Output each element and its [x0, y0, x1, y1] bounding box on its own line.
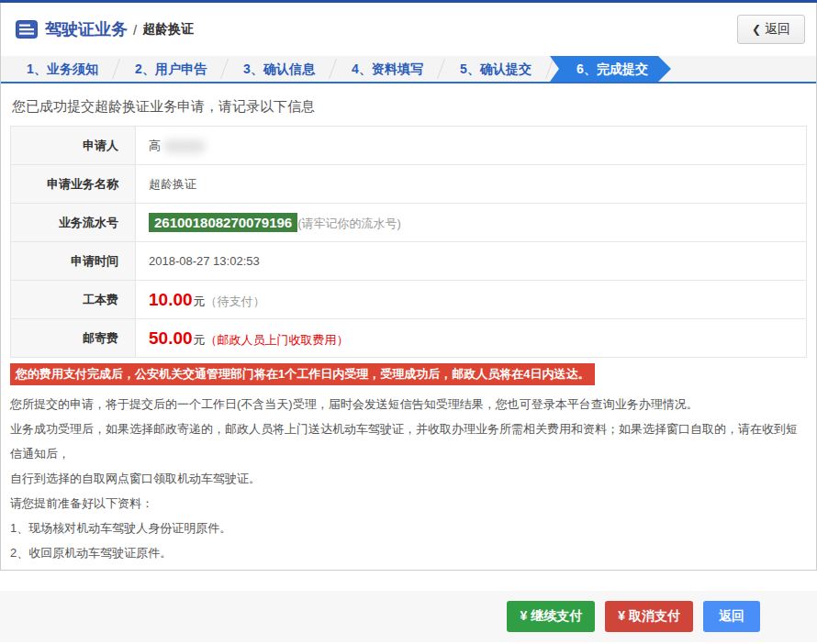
alert-banner-wrap: 您的费用支付完成后，公安机关交通管理部门将在1个工作日内受理，受理成功后，邮政人… [1, 358, 816, 385]
redacted-name-blur [163, 139, 206, 153]
info-table: 申请人 高 申请业务名称 超龄换证 业务流水号 2610018082700791… [10, 126, 807, 358]
table-row-applicant: 申请人 高 [11, 127, 807, 165]
table-row-production-fee: 工本费 10.00元（待支付） [11, 281, 807, 319]
row-value: 261001808270079196(请牢记你的流水号) [136, 204, 807, 242]
step-bar: 1、业务须知 2、用户申告 3、确认信息 4、资料填写 5、确认提交 6、完成提… [1, 56, 816, 83]
row-value: 2018-08-27 13:02:53 [136, 242, 807, 281]
continue-pay-button[interactable]: ¥继续支付 [507, 601, 595, 632]
row-label: 业务流水号 [11, 204, 136, 242]
page-subtitle: 超龄换证 [142, 21, 194, 38]
breadcrumb-separator: / [133, 22, 137, 38]
row-value: 50.00元（邮政人员上门收取费用） [136, 319, 807, 358]
table-row-postage-fee: 邮寄费 50.00元（邮政人员上门收取费用） [11, 319, 807, 358]
continue-pay-label: 继续支付 [531, 608, 582, 623]
notes-section: 您所提交的申请，将于提交后的一个工作日(不含当天)受理，届时会发送短信告知受理结… [1, 385, 816, 571]
header: 驾驶证业务 / 超龄换证 ❮返回 [1, 3, 816, 56]
service-name: 超龄换证 [149, 177, 196, 191]
footer-actions: ¥继续支付 ¥取消支付 返回 [0, 591, 817, 642]
step-4-fill-data: 4、资料填写 [333, 56, 442, 82]
alert-banner: 您的费用支付完成后，公安机关交通管理部门将在1个工作日内受理，受理成功后，邮政人… [10, 363, 595, 385]
note-line: 2、收回原机动车驾驶证原件。 [10, 540, 807, 565]
row-label: 申请业务名称 [11, 165, 136, 204]
back-button-top[interactable]: ❮返回 [737, 15, 805, 44]
row-label: 工本费 [11, 281, 136, 319]
page: 驾驶证业务 / 超龄换证 ❮返回 1、业务须知 2、用户申告 3、确认信息 4、… [0, 0, 817, 644]
step-6-complete-active: 6、完成提交 [550, 56, 671, 82]
step-2-declare: 2、用户申告 [117, 56, 225, 82]
production-fee-amount: 10.00 [149, 290, 193, 309]
yen-icon: ¥ [618, 608, 625, 623]
row-label: 邮寄费 [11, 319, 136, 358]
table-row-flow-number: 业务流水号 261001808270079196(请牢记你的流水号) [11, 204, 807, 242]
flow-number-badge: 261001808270079196 [149, 213, 297, 232]
table-row-service-name: 申请业务名称 超龄换证 [11, 165, 807, 204]
postage-fee-note: （邮政人员上门收取费用） [206, 333, 349, 347]
production-fee-note: （待支付） [206, 294, 265, 308]
cancel-pay-button[interactable]: ¥取消支付 [605, 601, 693, 632]
return-label: 返回 [719, 608, 744, 623]
fee-unit: 元 [194, 294, 206, 308]
chevron-left-icon: ❮ [752, 23, 761, 36]
step-3-confirm-info: 3、确认信息 [225, 56, 333, 82]
back-button-label: 返回 [765, 21, 790, 36]
table-row-apply-time: 申请时间 2018-08-27 13:02:53 [11, 242, 807, 281]
yen-icon: ¥ [520, 608, 527, 623]
flow-number-note: (请牢记你的流水号) [297, 217, 401, 230]
row-label: 申请人 [11, 127, 136, 165]
row-label: 申请时间 [11, 242, 136, 281]
return-button[interactable]: 返回 [703, 601, 760, 632]
breadcrumb: 驾驶证业务 / 超龄换证 [16, 18, 194, 40]
apply-time: 2018-08-27 13:02:53 [149, 254, 260, 268]
row-value: 超龄换证 [136, 165, 807, 204]
row-value: 10.00元（待支付） [136, 281, 807, 319]
postage-fee-amount: 50.00 [149, 328, 193, 348]
note-line: 1、现场核对机动车驾驶人身份证明原件。 [10, 516, 807, 540]
fee-unit: 元 [194, 333, 206, 347]
license-list-icon [16, 20, 38, 39]
cancel-pay-label: 取消支付 [629, 608, 680, 623]
success-message: 您已成功提交超龄换证业务申请，请记录以下信息 [1, 83, 816, 126]
step-5-confirm-submit: 5、确认提交 [442, 56, 550, 82]
note-line: 您所提交的申请，将于提交后的一个工作日(不含当天)受理，届时会发送短信告知受理结… [10, 392, 807, 416]
note-line: 自行到选择的自取网点窗口领取机动车驾驶证。 [10, 466, 807, 491]
step-1-notice: 1、业务须知 [8, 56, 117, 82]
row-value: 高 [136, 127, 807, 165]
applicant-name: 高 [149, 139, 161, 152]
page-title: 驾驶证业务 [45, 18, 128, 40]
note-line: 请您提前准备好以下资料： [10, 491, 807, 516]
main-panel: 驾驶证业务 / 超龄换证 ❮返回 1、业务须知 2、用户申告 3、确认信息 4、… [0, 3, 817, 571]
note-line: 业务成功受理后，如果选择邮政寄递的，邮政人员将上门送达机动车驾驶证，并收取办理业… [10, 416, 807, 466]
